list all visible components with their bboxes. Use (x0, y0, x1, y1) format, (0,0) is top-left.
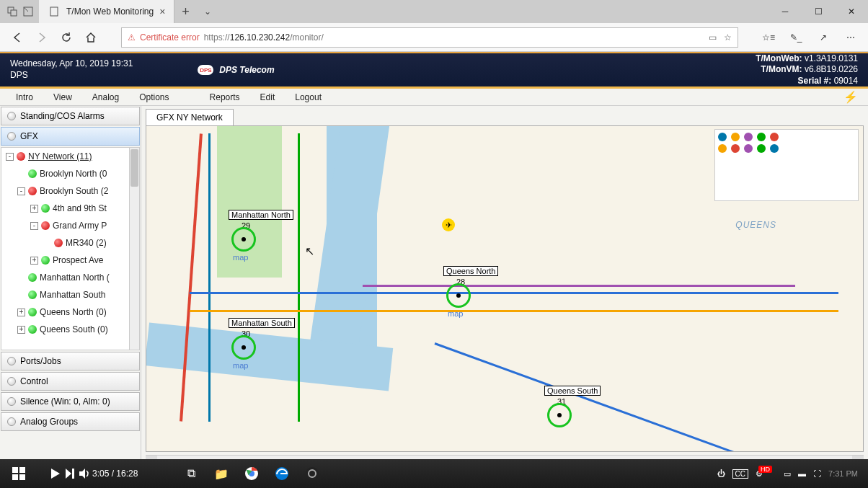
expander-icon[interactable]: - (17, 187, 25, 195)
mic-icon[interactable]: 🎤 (158, 469, 169, 479)
menu-reports[interactable]: Reports (201, 91, 249, 104)
refresh-button[interactable] (58, 29, 75, 46)
green-status-icon (28, 325, 37, 334)
menu-analog[interactable]: Analog (84, 91, 128, 104)
chevron-down-icon[interactable]: ⌄ (201, 5, 214, 18)
tree-label: Manhattan South (40, 290, 105, 300)
menu-intro[interactable]: Intro (7, 91, 42, 104)
page-icon (48, 5, 61, 18)
minimize-button[interactable]: ─ (769, 0, 802, 23)
reading-view-icon[interactable]: ▭ (709, 32, 717, 43)
map-viewport[interactable]: QUEENS Manhattan North29mapManhattan Sou… (146, 125, 864, 452)
address-bar[interactable]: ⚠ Certificate error https://126.10.230.2… (121, 27, 738, 48)
tree-row[interactable]: -NY Network (11) (1, 148, 139, 165)
tree-row[interactable]: Brooklyn North (0 (1, 165, 139, 182)
fullscreen-icon[interactable]: ⛶ (813, 469, 821, 478)
tree-row[interactable]: Manhattan South (1, 286, 139, 303)
node-dot-icon (456, 293, 461, 298)
home-button[interactable] (82, 29, 99, 46)
close-window-button[interactable]: ✕ (835, 0, 868, 23)
node-name-label: Manhattan South (229, 318, 295, 328)
sidebar-silence[interactable]: Silence (Win: 0, Alm: 0) (1, 392, 140, 411)
header-company: DPS (10, 70, 133, 81)
expander-icon[interactable]: + (17, 309, 25, 316)
node-name-label: Manhattan North (229, 210, 293, 220)
new-tab-button[interactable]: + (174, 4, 197, 19)
share-icon[interactable]: ↗ (815, 29, 832, 46)
tree-row[interactable]: +Queens South (0) (1, 321, 139, 338)
green-status-icon (28, 169, 37, 178)
tree-row[interactable]: +4th and 9th St (1, 200, 139, 217)
tree-row[interactable]: +Prospect Ave (1, 252, 139, 269)
tree-scrollbar[interactable] (129, 148, 139, 350)
back-button[interactable] (9, 29, 26, 46)
menu-options[interactable]: Options (130, 91, 177, 104)
certificate-warning-icon: ⚠ (128, 32, 136, 43)
autoplay-toggle[interactable]: ⏻ (717, 469, 725, 478)
menu-logout[interactable]: Logout (286, 91, 330, 104)
menu-view[interactable]: View (45, 91, 81, 104)
expander-icon[interactable]: - (6, 153, 14, 161)
svg-marker-8 (51, 469, 60, 479)
video-volume-button[interactable] (78, 467, 91, 480)
video-play-button[interactable] (49, 467, 62, 480)
content-tab[interactable]: GFX NY Network (146, 109, 234, 125)
tree-label: Manhattan North ( (40, 272, 110, 283)
browser-tab[interactable]: T/Mon Web Monitoring × (39, 0, 174, 23)
green-status-icon (28, 290, 37, 299)
set-aside-icon[interactable] (22, 5, 35, 18)
captions-button[interactable]: CC (732, 469, 748, 479)
tree-label: Brooklyn North (0 (40, 169, 107, 179)
dot-icon (7, 377, 16, 386)
tree-row[interactable]: MR340 (2) (1, 234, 139, 252)
tree-label: Grand Army P (53, 221, 107, 231)
sidebar: Standing/COS Alarms GFX -NY Network (11)… (0, 106, 141, 468)
tree-row[interactable]: +Queens North (0) (1, 303, 139, 321)
edge-icon[interactable] (267, 462, 296, 485)
green-status-icon (41, 204, 50, 213)
tree-row[interactable]: Manhattan North ( (1, 269, 139, 286)
browser-toolbar: ⚠ Certificate error https://126.10.230.2… (0, 23, 868, 52)
dot-icon (7, 132, 16, 141)
sidebar-analog-groups[interactable]: Analog Groups (1, 412, 140, 431)
settings-gear-icon[interactable]: ⚙HD (756, 469, 776, 479)
sidebar-ports-jobs[interactable]: Ports/Jobs (1, 352, 140, 371)
more-icon[interactable]: ⋯ (842, 29, 859, 46)
expander-icon[interactable]: + (30, 205, 38, 213)
file-explorer-icon[interactable]: 📁 (207, 462, 236, 485)
miniplayer-icon[interactable]: ▭ (784, 469, 791, 479)
obs-icon[interactable] (298, 462, 327, 485)
favorites-hub-icon[interactable]: ☆≡ (760, 29, 777, 46)
video-next-button[interactable] (63, 467, 76, 480)
app-header: Wednesday, Apr 10, 2019 19:31 DPS DPS DP… (0, 52, 868, 86)
svg-rect-7 (19, 474, 25, 480)
svg-point-15 (306, 467, 319, 480)
task-view-icon[interactable]: ⧉ (177, 462, 205, 485)
menu-edit[interactable]: Edit (252, 91, 284, 104)
node-dot-icon (242, 237, 246, 241)
tree-row[interactable]: -Grand Army P (1, 217, 139, 234)
node-map-label: map (233, 253, 248, 262)
sidebar-standing-alarms[interactable]: Standing/COS Alarms (1, 107, 140, 125)
sidebar-gfx[interactable]: GFX (1, 127, 140, 146)
favorite-icon[interactable]: ☆ (724, 32, 732, 43)
dps-logo-icon: DPS (198, 65, 213, 75)
svg-marker-11 (79, 469, 85, 479)
content-area: GFX NY Network (141, 106, 868, 468)
tree-label: NY Network (11) (28, 151, 92, 161)
start-button[interactable] (4, 462, 33, 485)
tree-row[interactable]: -Brooklyn South (2 (1, 182, 139, 200)
expander-icon[interactable]: + (30, 257, 38, 265)
notes-icon[interactable]: ✎_ (787, 29, 805, 46)
sidebar-control[interactable]: Control (1, 372, 140, 391)
maximize-button[interactable]: ☐ (802, 0, 835, 23)
green-status-icon (28, 273, 37, 282)
tab-actions-icon[interactable] (6, 5, 19, 18)
status-indicator-icon: ⚡ (843, 90, 858, 104)
chrome-icon[interactable] (237, 462, 266, 485)
red-status-icon (17, 152, 25, 161)
tab-close-icon[interactable]: × (159, 6, 165, 17)
theater-icon[interactable]: ▬ (798, 469, 806, 478)
expander-icon[interactable]: - (30, 222, 38, 230)
expander-icon[interactable]: + (17, 326, 25, 334)
